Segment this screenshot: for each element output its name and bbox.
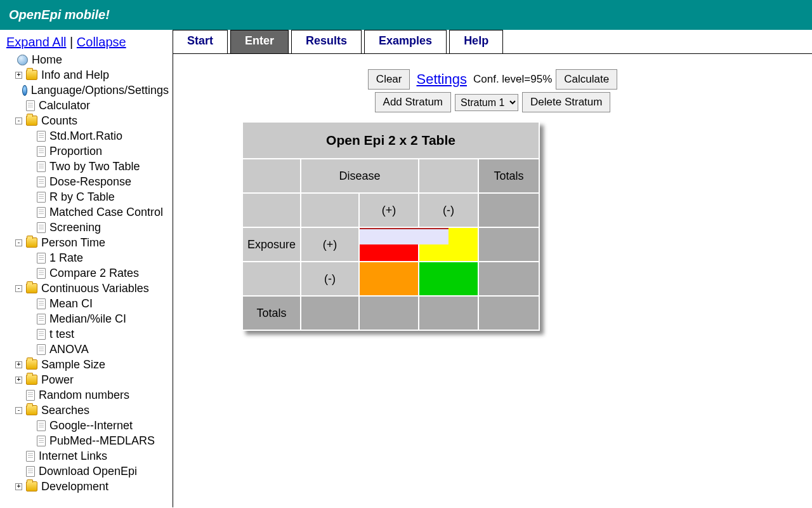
app-title: OpenEpi mobile!: [9, 8, 110, 22]
grand-total: [478, 296, 539, 330]
totals-row-label: Totals: [242, 296, 301, 330]
page-icon: [37, 192, 46, 203]
folder-icon: [26, 405, 37, 415]
tree-item[interactable]: 1 Rate: [6, 250, 169, 265]
tree-counts[interactable]: -Counts: [6, 113, 169, 128]
tree-cont-vars[interactable]: -Continuous Variables: [6, 281, 169, 296]
tree-item[interactable]: Compare 2 Rates: [6, 265, 169, 281]
page-icon: [37, 314, 46, 324]
globe-icon: [22, 85, 27, 96]
page-icon: [26, 100, 35, 111]
page-icon: [26, 466, 35, 477]
expand-icon[interactable]: +: [15, 72, 22, 79]
collapse-icon[interactable]: -: [15, 285, 22, 292]
tree-item[interactable]: Google--Internet: [6, 418, 169, 433]
stratum-select[interactable]: Stratum 1: [455, 94, 518, 111]
tab-bar: Start Enter Results Examples Help: [173, 30, 812, 54]
exposure-plus: (+): [301, 227, 359, 262]
page-icon: [37, 253, 46, 264]
exposure-minus: (-): [301, 262, 359, 296]
expand-icon[interactable]: +: [15, 377, 22, 384]
home-icon: [17, 55, 28, 65]
tree-home[interactable]: Home: [6, 52, 169, 67]
two-by-two-table: Open Epi 2 x 2 Table Disease Totals (+) …: [242, 121, 540, 331]
folder-icon: [26, 237, 37, 248]
tree-item[interactable]: t test: [6, 326, 169, 342]
page-icon: [26, 390, 35, 401]
tree-sample-size[interactable]: +Sample Size: [6, 357, 169, 372]
tab-enter[interactable]: Enter: [230, 30, 289, 53]
tree-item[interactable]: Std.Mort.Ratio: [6, 128, 169, 144]
tree-person-time[interactable]: -Person Time: [6, 235, 169, 250]
tree-item[interactable]: Two by Two Table: [6, 159, 169, 174]
collapse-icon[interactable]: -: [15, 117, 22, 124]
tree-item[interactable]: PubMed--MEDLARS: [6, 433, 169, 448]
col1-total: [359, 296, 419, 330]
page-icon: [26, 451, 35, 462]
tab-results[interactable]: Results: [291, 30, 362, 53]
active-input-field[interactable]: [360, 228, 449, 244]
tree-item[interactable]: Mean CI: [6, 296, 169, 311]
tab-examples[interactable]: Examples: [364, 30, 447, 53]
tree-item[interactable]: Screening: [6, 220, 169, 235]
tree-info-help[interactable]: +Info and Help: [6, 67, 169, 83]
sidebar: Expand All | Collapse Home +Info and Hel…: [0, 30, 173, 507]
tree-item[interactable]: Dose-Response: [6, 174, 169, 189]
table-title: Open Epi 2 x 2 Table: [242, 122, 539, 159]
tree-item[interactable]: R by C Table: [6, 189, 169, 204]
tree-item[interactable]: ANOVA: [6, 342, 169, 357]
page-icon: [37, 298, 46, 309]
tree-lang-opts[interactable]: Language/Options/Settings: [6, 83, 169, 98]
tree-power[interactable]: +Power: [6, 372, 169, 387]
expand-icon[interactable]: +: [15, 483, 22, 490]
disease-plus: (+): [359, 193, 419, 227]
page-icon: [37, 207, 46, 218]
folder-icon: [26, 375, 37, 385]
main-panel: Start Enter Results Examples Help Clear …: [173, 30, 812, 507]
page-icon: [37, 344, 46, 355]
disease-minus: (-): [419, 193, 478, 227]
nav-tree: Home +Info and Help Language/Options/Set…: [6, 52, 169, 494]
folder-icon: [26, 481, 37, 491]
tree-development[interactable]: +Development: [6, 479, 169, 494]
page-icon: [37, 329, 46, 340]
tree-searches[interactable]: -Searches: [6, 403, 169, 418]
tree-internet-links[interactable]: Internet Links: [6, 448, 169, 464]
folder-icon: [26, 359, 37, 370]
folder-icon: [26, 116, 37, 126]
tree-download[interactable]: Download OpenEpi: [6, 464, 169, 479]
tree-item[interactable]: Matched Case Control: [6, 204, 169, 220]
tree-item[interactable]: Proportion: [6, 144, 169, 159]
tree-calculator[interactable]: Calculator: [6, 98, 169, 113]
main-container: Expand All | Collapse Home +Info and Hel…: [0, 30, 812, 507]
page-icon: [37, 146, 46, 157]
page-icon: [37, 420, 46, 431]
tree-item[interactable]: Median/%ile CI: [6, 311, 169, 326]
row2-total: [478, 262, 539, 296]
toolbar-row2: Add Stratum Stratum 1 Delete Stratum: [173, 92, 812, 112]
tree-random[interactable]: Random numbers: [6, 387, 169, 403]
folder-icon: [26, 70, 37, 80]
tab-start[interactable]: Start: [173, 30, 228, 53]
calculate-button[interactable]: Calculate: [556, 69, 617, 90]
expand-all-link[interactable]: Expand All: [6, 35, 67, 49]
exposure-header: Exposure: [242, 227, 301, 262]
cell-c[interactable]: [359, 262, 419, 296]
delete-stratum-button[interactable]: Delete Stratum: [522, 92, 610, 112]
add-stratum-button[interactable]: Add Stratum: [375, 92, 452, 112]
collapse-link[interactable]: Collapse: [77, 35, 126, 49]
collapse-icon[interactable]: -: [15, 407, 22, 414]
tab-help[interactable]: Help: [449, 30, 503, 53]
totals-header: Totals: [478, 159, 539, 193]
cell-d[interactable]: [419, 262, 478, 296]
clear-button[interactable]: Clear: [368, 69, 410, 90]
collapse-icon[interactable]: -: [15, 239, 22, 246]
conf-level-label: Conf. level=95%: [473, 73, 552, 86]
folder-icon: [26, 283, 37, 293]
expand-icon[interactable]: +: [15, 361, 22, 368]
row1-total: [478, 227, 539, 262]
app-header: OpenEpi mobile!: [0, 0, 812, 30]
page-icon: [37, 177, 46, 187]
page-icon: [37, 436, 46, 446]
settings-link[interactable]: Settings: [416, 71, 467, 88]
